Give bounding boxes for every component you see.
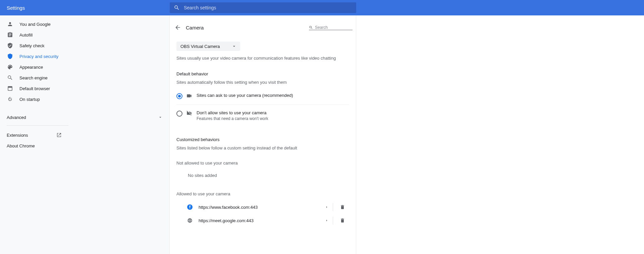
chevron-down-icon xyxy=(158,115,163,120)
search-icon xyxy=(174,5,180,11)
not-allowed-heading: Not allowed to use your camera xyxy=(176,161,349,166)
shield-icon xyxy=(7,53,13,60)
radio-sites-can-ask[interactable]: Sites can ask to use your camera (recomm… xyxy=(176,87,349,105)
sidebar-item-appearance[interactable]: Appearance xyxy=(0,62,68,72)
browser-icon xyxy=(7,85,13,92)
advanced-label: Advanced xyxy=(7,115,26,120)
clipboard-icon xyxy=(7,31,13,38)
search-icon xyxy=(7,74,13,81)
person-icon xyxy=(7,21,13,27)
divider xyxy=(7,125,68,126)
sidebar-item-label: Appearance xyxy=(19,65,43,70)
extensions-label: Extensions xyxy=(7,133,28,138)
page-title: Camera xyxy=(186,25,309,30)
sidebar-about-chrome[interactable]: About Chrome xyxy=(0,140,68,151)
custom-behaviors-sub: Sites listed below follow a custom setti… xyxy=(176,145,349,150)
divider xyxy=(333,203,333,211)
power-icon xyxy=(7,96,13,103)
sidebar-advanced[interactable]: Advanced xyxy=(0,111,169,124)
search-icon xyxy=(309,25,313,30)
camera-intro-text: Sites usually use your video camera for … xyxy=(176,56,349,61)
sidebar-item-label: On startup xyxy=(19,97,40,102)
sidebar-item-on-startup[interactable]: On startup xyxy=(0,94,68,105)
sidebar-item-search-engine[interactable]: Search engine xyxy=(0,72,68,83)
globe-icon xyxy=(186,217,193,224)
sidebar-item-label: Search engine xyxy=(19,75,48,80)
radio-button[interactable] xyxy=(176,93,182,99)
trash-icon xyxy=(340,204,345,210)
sidebar-item-label: You and Google xyxy=(19,22,51,27)
sidebar-item-privacy-security[interactable]: Privacy and security xyxy=(0,51,68,62)
videocam-icon xyxy=(186,93,193,99)
site-details-button[interactable] xyxy=(321,205,333,209)
sidebar-item-you-and-google[interactable]: You and Google xyxy=(0,19,68,29)
delete-site-button[interactable] xyxy=(336,218,349,223)
page-search[interactable] xyxy=(309,25,353,30)
default-behavior-heading: Default behavior xyxy=(176,71,349,76)
allowed-site-row: https://www.facebook.com:443 xyxy=(176,200,349,214)
sidebar-extensions[interactable]: Extensions xyxy=(0,130,68,140)
divider xyxy=(333,216,333,225)
camera-select[interactable]: OBS Virtual Camera xyxy=(176,42,240,51)
site-details-button[interactable] xyxy=(321,218,333,223)
chevron-right-icon xyxy=(325,218,329,223)
facebook-icon xyxy=(186,204,193,210)
site-url: https://meet.google.com:443 xyxy=(199,218,321,223)
sidebar-item-label: Default browser xyxy=(19,86,50,91)
sidebar-item-default-browser[interactable]: Default browser xyxy=(0,83,68,94)
chevron-right-icon xyxy=(325,205,329,209)
radio-label: Don't allow sites to use your camera xyxy=(197,110,268,115)
allowed-site-row: https://meet.google.com:443 xyxy=(176,214,349,227)
page-search-input[interactable] xyxy=(315,25,353,30)
sidebar-item-autofill[interactable]: Autofill xyxy=(0,29,68,40)
radio-sublabel: Features that need a camera won't work xyxy=(197,116,268,121)
arrow-back-icon xyxy=(174,24,181,31)
app-title: Settings xyxy=(0,5,170,11)
radio-dont-allow[interactable]: Don't allow sites to use your camera Fea… xyxy=(176,105,349,126)
default-behavior-sub: Sites automatically follow this setting … xyxy=(176,80,349,85)
delete-site-button[interactable] xyxy=(336,204,349,210)
sidebar: You and Google Autofill Safety check Pri… xyxy=(0,15,170,254)
videocam-off-icon xyxy=(186,110,193,116)
camera-select-value: OBS Virtual Camera xyxy=(180,44,220,49)
allowed-heading: Allowed to use your camera xyxy=(176,191,349,196)
custom-behaviors-heading: Customized behaviors xyxy=(176,137,349,142)
site-url: https://www.facebook.com:443 xyxy=(199,205,321,210)
main-content: Camera OBS Virtual Camera Sites usually … xyxy=(170,15,356,254)
radio-button[interactable] xyxy=(176,111,182,117)
back-button[interactable] xyxy=(171,21,184,34)
search-settings-input[interactable] xyxy=(184,5,352,10)
trash-icon xyxy=(340,218,345,223)
sidebar-item-label: Autofill xyxy=(19,33,33,38)
radio-label: Sites can ask to use your camera (recomm… xyxy=(197,93,293,98)
search-settings[interactable] xyxy=(170,2,356,13)
palette-icon xyxy=(7,64,13,70)
sidebar-item-label: Privacy and security xyxy=(19,54,58,59)
no-sites-text: No sites added xyxy=(176,166,349,181)
open-in-new-icon xyxy=(56,132,62,138)
about-label: About Chrome xyxy=(7,143,35,148)
shield-check-icon xyxy=(7,42,13,49)
sidebar-item-safety-check[interactable]: Safety check xyxy=(0,40,68,51)
topbar: Settings xyxy=(0,0,644,15)
chevron-down-icon xyxy=(231,44,237,49)
sidebar-item-label: Safety check xyxy=(19,43,44,48)
